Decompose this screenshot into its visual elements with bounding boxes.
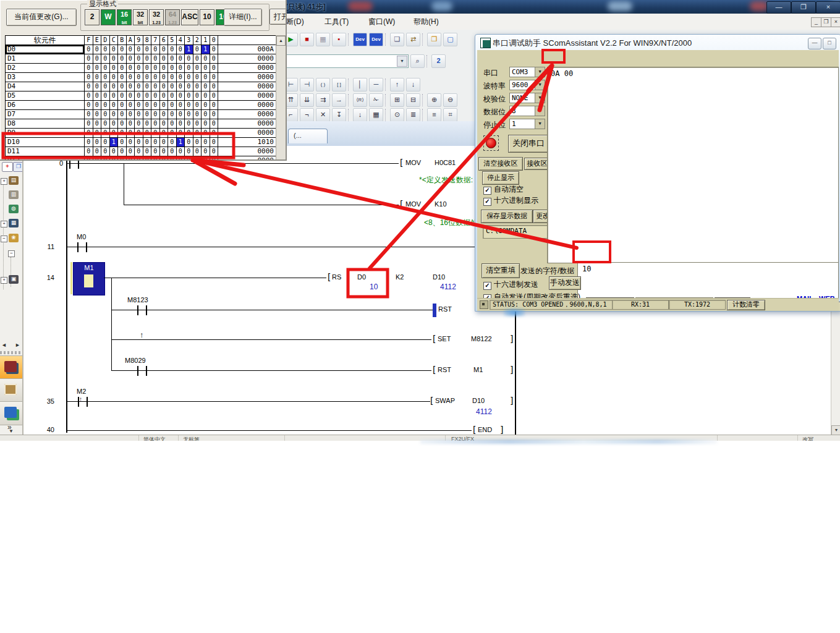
bit-cell[interactable]: 0 — [101, 73, 110, 82]
bit-cell[interactable]: 0 — [85, 73, 93, 82]
panel-more-icon[interactable]: ▼ — [9, 428, 14, 434]
pc-transfer-icon[interactable]: ▢ — [443, 33, 457, 46]
falling-pulse-icon[interactable]: ↓ — [406, 78, 420, 91]
bit-cell[interactable]: 0 — [143, 73, 152, 82]
tree-collapse-icon[interactable]: − — [1, 236, 7, 242]
bit-cell[interactable]: 0 — [85, 91, 93, 100]
bit-cell[interactable]: 0 — [210, 129, 219, 137]
bit-cell[interactable]: 0 — [193, 119, 202, 128]
bit-cell[interactable]: 0 — [110, 64, 119, 72]
save-display-data-button[interactable]: 保存显示数据 — [481, 210, 533, 223]
bit-cell[interactable]: 0 — [101, 101, 110, 109]
bit-cell[interactable]: 0 — [101, 138, 110, 147]
format-16bit-button[interactable]: 16bit — [117, 9, 132, 25]
bit-cell[interactable]: 0 — [101, 54, 110, 63]
bit-cell[interactable]: 0 — [143, 110, 152, 119]
bit-cell[interactable]: 0 — [210, 45, 219, 54]
device-cell[interactable]: D7 — [6, 110, 85, 119]
bit-cell[interactable]: 0 — [185, 147, 193, 156]
bit-cell[interactable]: 0 — [151, 54, 160, 63]
bit-cell[interactable]: 0 — [93, 64, 102, 72]
save-path-field[interactable]: C:\COMDATA — [483, 225, 552, 239]
bit-cell[interactable]: 0 — [185, 82, 193, 91]
bit-cell[interactable]: 0 — [168, 156, 177, 161]
bit-cell[interactable]: 0 — [168, 129, 177, 137]
bit-cell[interactable]: 0 — [168, 82, 177, 91]
bit-cell[interactable]: 1 — [177, 138, 185, 147]
bit-cell[interactable]: 0 — [101, 64, 110, 72]
send-data-field[interactable]: 10 — [577, 262, 839, 299]
coil-icon[interactable]: ( ) — [316, 78, 330, 91]
bit-cell[interactable]: 0 — [193, 54, 202, 63]
close-contact-icon[interactable]: ⊣ — [300, 78, 314, 91]
format-word-button[interactable]: W — [101, 9, 116, 25]
bit-cell[interactable]: 0 — [202, 156, 210, 161]
bit-cell[interactable]: 0 — [93, 45, 102, 54]
bit-cell[interactable]: 0 — [177, 119, 185, 128]
bit-cell[interactable]: 0 — [210, 147, 219, 156]
bit-cell[interactable]: 0 — [160, 119, 169, 128]
horizontal-line-icon[interactable]: ─ — [369, 78, 383, 91]
monitor-write-icon[interactable]: ▪ — [332, 33, 346, 46]
tree-collapse-icon[interactable]: − — [8, 250, 15, 257]
bit-cell[interactable]: 0 — [210, 91, 219, 100]
bit-cell[interactable]: 0 — [135, 54, 143, 63]
sort-icon[interactable]: ↓ — [353, 108, 367, 122]
find-device-icon[interactable]: ▦ — [369, 108, 383, 122]
bit-cell[interactable]: 0 — [160, 91, 169, 100]
bit-cell[interactable]: 0 — [110, 129, 119, 137]
document-tab[interactable]: (... — [288, 129, 328, 143]
new-project-icon[interactable]: + — [2, 162, 13, 172]
monitor-mode-button[interactable] — [0, 401, 23, 425]
bit-cell[interactable]: 0 — [101, 45, 110, 54]
bit-cell[interactable]: 0 — [177, 110, 185, 119]
port-field-2-combobox[interactable]: NONE▼ — [509, 93, 545, 103]
bit-cell[interactable]: 0 — [151, 119, 160, 128]
bit-cell[interactable]: 0 — [193, 82, 202, 91]
bit-cell[interactable]: 0 — [93, 156, 102, 161]
delete-row-icon[interactable]: ⊟ — [406, 93, 420, 107]
bit-cell[interactable]: 0 — [101, 147, 110, 156]
bit-cell[interactable]: 0 — [101, 91, 110, 100]
bit-cell[interactable]: 0 — [110, 82, 119, 91]
chevron-down-icon[interactable]: ▼ — [535, 67, 545, 77]
bit-cell[interactable]: 0 — [135, 129, 143, 137]
device-cell[interactable]: D1 — [6, 54, 85, 63]
verify-icon[interactable]: ⇄ — [406, 33, 420, 46]
bit-cell[interactable]: 0 — [143, 129, 152, 137]
bit-cell[interactable]: 0 — [185, 129, 193, 137]
bit-cell[interactable]: 0 — [93, 138, 102, 147]
restore-button[interactable]: ❐ — [791, 1, 816, 14]
bit-cell[interactable]: 0 — [193, 138, 202, 147]
bit-cell[interactable]: 0 — [135, 147, 143, 156]
bit-cell[interactable]: 0 — [185, 138, 193, 147]
port-field-4-combobox[interactable]: 1▼ — [509, 119, 545, 129]
bit-cell[interactable]: 0 — [127, 129, 135, 137]
device-cell[interactable]: D12 — [6, 156, 85, 161]
bit-cell[interactable]: 0 — [202, 101, 210, 109]
bit-cell[interactable]: 0 — [168, 138, 177, 147]
bit-cell[interactable]: 0 — [127, 91, 135, 100]
bit-cell[interactable]: 0 — [118, 45, 127, 54]
bit-cell[interactable]: 0 — [177, 147, 185, 156]
view-2-icon[interactable]: 2 — [431, 54, 446, 68]
bit-cell[interactable]: 0 — [127, 147, 135, 156]
bit-cell[interactable]: 0 — [143, 91, 152, 100]
bit-cell[interactable]: 0 — [135, 138, 143, 147]
bit-cell[interactable]: 0 — [85, 147, 93, 156]
bit-cell[interactable]: 0 — [85, 138, 93, 147]
tree-expand-icon[interactable]: + — [1, 221, 7, 227]
bit-cell[interactable]: 0 — [177, 156, 185, 161]
bit-cell[interactable]: 0 — [101, 129, 110, 137]
bit-cell[interactable]: 0 — [168, 54, 177, 63]
chevron-down-icon[interactable]: ▼ — [397, 56, 407, 67]
auto-clear-checkbox[interactable]: ✓自动清空 — [483, 184, 524, 195]
bit-cell[interactable]: 0 — [151, 82, 160, 91]
menu-help[interactable]: 帮助(H) — [414, 17, 439, 27]
wrap-icon[interactable]: ⟨R⟩ — [353, 93, 367, 107]
bit-cell[interactable]: 0 — [177, 73, 185, 82]
comment-icon[interactable]: ❏ — [390, 33, 404, 46]
device-cell[interactable]: D0 — [6, 45, 85, 54]
bit-cell[interactable]: 0 — [168, 45, 177, 54]
list-icon[interactable]: ≡ — [427, 108, 441, 122]
